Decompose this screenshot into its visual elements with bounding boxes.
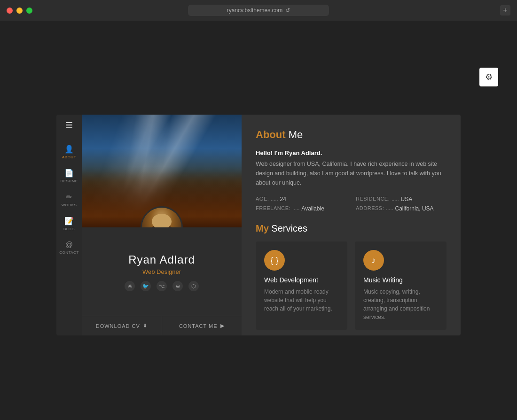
age-value: 24 (280, 196, 286, 202)
about-title-rest: Me (286, 129, 303, 140)
info-age: AGE: ..... 24 (256, 196, 346, 202)
social-links: ❋ 🐦 ⌥ ⊕ ⬡ (125, 281, 199, 291)
services-title-rest: Services (269, 223, 307, 233)
address-value: California, USA (395, 205, 434, 212)
sidebar-label-about: ABOUT (62, 155, 76, 159)
services-title-highlight: My (256, 223, 269, 233)
music-note-icon: ♪ (372, 256, 376, 265)
content-panel: About Me Hello! I'm Ryan Adlard. Web des… (242, 115, 461, 335)
person-icon: 👤 (64, 145, 74, 154)
profile-name: Ryan Adlard (128, 253, 195, 266)
residence-label: RESIDENCE: (356, 196, 390, 202)
info-residence: RESIDENCE: ..... USA (356, 196, 446, 202)
arrow-right-icon: ▶ (220, 323, 225, 329)
about-intro-text: Web designer from USA, California. I hav… (256, 159, 446, 187)
social-other-icon[interactable]: ⬡ (188, 281, 199, 291)
info-address: ADDRESS: ..... California, USA (356, 205, 446, 212)
address-label: ADDRESS: (356, 205, 384, 212)
blog-icon: 📝 (64, 217, 74, 226)
gear-icon: ⚙ (485, 72, 493, 82)
sidebar: ☰ 👤 ABOUT 📄 RESUME ✏ WORKS 📝 BLOG (56, 115, 82, 335)
info-freelance: FREELANCE: ..... Available (256, 205, 346, 212)
close-button[interactable] (7, 8, 13, 14)
download-cv-button[interactable]: DOWNLOAD CV ⬇ (82, 316, 162, 335)
card-container: ☰ 👤 ABOUT 📄 RESUME ✏ WORKS 📝 BLOG (56, 115, 461, 335)
residence-value: USA (401, 196, 413, 202)
profile-hero-image (82, 115, 242, 227)
sidebar-item-about[interactable]: 👤 ABOUT (56, 140, 82, 164)
browser-content: ⚙ ☰ 👤 ABOUT 📄 RESUME ✏ WORKS 📝 (0, 21, 517, 420)
avatar-image (142, 208, 181, 227)
sidebar-item-works[interactable]: ✏ WORKS (56, 188, 82, 212)
age-label: AGE: (256, 196, 269, 202)
sidebar-item-contact[interactable]: @ CONTACT (56, 236, 82, 259)
about-title-highlight: About (256, 129, 286, 140)
sidebar-label-contact: CONTACT (59, 250, 79, 255)
web-dev-desc: Modern and mobile-ready website that wil… (264, 288, 339, 313)
residence-dots: ..... (392, 196, 399, 202)
services-section: My Services { } Web Development Modern a… (256, 223, 446, 330)
address-dots: ..... (386, 205, 393, 212)
contact-me-label: CONTACT ME (179, 323, 218, 329)
at-icon: @ (65, 241, 73, 249)
services-grid: { } Web Development Modern and mobile-re… (256, 241, 446, 330)
avatar (141, 206, 183, 227)
social-spotify-icon[interactable]: ⊕ (172, 281, 183, 291)
age-dots: ..... (271, 196, 278, 202)
refresh-icon[interactable]: ↺ (285, 7, 290, 14)
titlebar: ryancv.bslthemes.com ↺ + (0, 0, 517, 21)
sidebar-label-resume: RESUME (60, 179, 78, 183)
social-dribbble-icon[interactable]: ❋ (125, 281, 135, 291)
contact-me-button[interactable]: CONTACT ME ▶ (162, 316, 242, 335)
code-icon: { } (270, 256, 278, 265)
download-cv-label: DOWNLOAD CV (96, 323, 140, 329)
freelance-dots: ..... (292, 205, 299, 212)
sidebar-item-blog[interactable]: 📝 BLOG (56, 212, 82, 236)
sidebar-label-works: WORKS (62, 203, 77, 207)
freelance-value: Available (301, 205, 324, 212)
fullscreen-button[interactable] (26, 8, 32, 14)
about-section: About Me Hello! I'm Ryan Adlard. Web des… (256, 129, 446, 212)
new-tab-button[interactable]: + (500, 5, 510, 16)
profile-card: Ryan Adlard Web Designer ❋ 🐦 ⌥ ⊕ ⬡ DOWNL… (82, 115, 242, 335)
pencil-icon: ✏ (66, 193, 72, 202)
about-info-grid: AGE: ..... 24 RESIDENCE: ..... USA FREEL… (256, 196, 446, 212)
traffic-lights (7, 8, 32, 14)
about-intro-bold: Hello! I'm Ryan Adlard. (256, 149, 446, 156)
social-github-icon[interactable]: ⌥ (157, 281, 167, 291)
settings-button[interactable]: ⚙ (479, 68, 498, 86)
profile-info: Ryan Adlard Web Designer ❋ 🐦 ⌥ ⊕ ⬡ (82, 227, 242, 316)
minimize-button[interactable] (16, 8, 23, 14)
service-music-writing: ♪ Music Writing Music copying, writing, … (355, 241, 446, 330)
sidebar-item-resume[interactable]: 📄 RESUME (56, 164, 82, 188)
sidebar-label-blog: BLOG (63, 227, 75, 231)
service-web-development: { } Web Development Modern and mobile-re… (256, 241, 347, 330)
address-bar[interactable]: ryancv.bslthemes.com ↺ (188, 5, 329, 16)
about-section-title: About Me (256, 129, 446, 141)
profile-actions: DOWNLOAD CV ⬇ CONTACT ME ▶ (82, 316, 242, 335)
profile-title: Web Designer (142, 268, 181, 275)
music-name: Music Writing (363, 276, 438, 284)
music-desc: Music copying, writing, creating, transc… (363, 288, 438, 321)
download-icon: ⬇ (143, 323, 148, 329)
social-twitter-icon[interactable]: 🐦 (141, 281, 151, 291)
hamburger-menu-icon[interactable]: ☰ (65, 120, 73, 131)
url-text: ryancv.bslthemes.com (227, 7, 282, 14)
services-section-title: My Services (256, 223, 446, 234)
web-dev-icon: { } (264, 250, 285, 271)
music-icon-wrap: ♪ (363, 250, 384, 271)
freelance-label: FREELANCE: (256, 205, 290, 212)
document-icon: 📄 (64, 169, 74, 178)
web-dev-name: Web Development (264, 276, 339, 284)
